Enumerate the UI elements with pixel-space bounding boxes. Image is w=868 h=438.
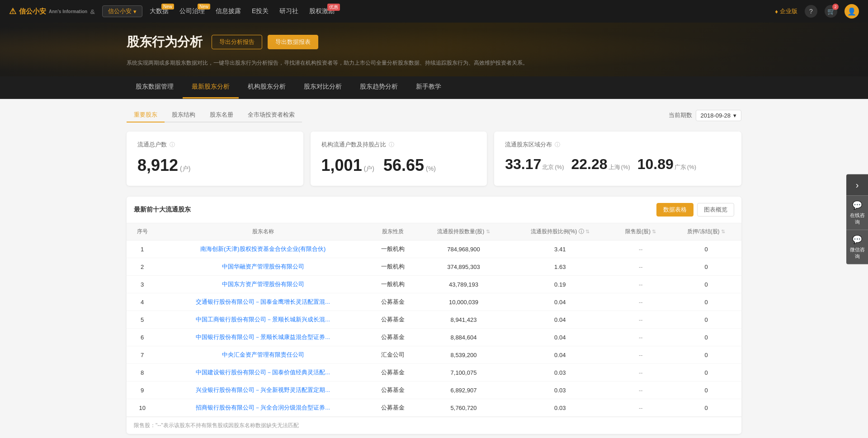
nav-item-equity[interactable]: 股权激励 优惠 xyxy=(309,7,335,15)
cell-ratio: 0.03 xyxy=(509,381,610,399)
regional-unit-1: (%) xyxy=(621,164,630,170)
cell-shares: 6,892,907 xyxy=(418,381,509,399)
filter-tabs: 重要股东 股东结构 股东名册 全市场投资者检索 xyxy=(127,108,302,122)
sub-nav: 股东数据管理 最新股东分析 机构股东分析 股东对比分析 股东趋势分析 新手教学 xyxy=(0,76,868,99)
table-footer: 限售股："--"表示该股东不持有限售股或因股东名称数据缺失无法匹配 xyxy=(127,417,741,434)
cell-restricted: -- xyxy=(610,311,671,329)
brand-button[interactable]: 信公小安 ▾ xyxy=(102,5,142,17)
cell-type: 一般机构 xyxy=(368,240,418,258)
nav-item-bigdata[interactable]: 大数据 New xyxy=(150,7,169,15)
col-restricted: 限售股(股) ⇅ xyxy=(610,223,671,240)
export-data-button[interactable]: 导出数据报表 xyxy=(268,35,318,49)
user-avatar[interactable]: 👤 xyxy=(844,4,859,19)
cell-name[interactable]: 招商银行股份有限公司－兴全合润分级混合型证券... xyxy=(158,399,368,417)
regional-info-icon[interactable]: ⓘ xyxy=(555,141,560,149)
col-ratio: 流通股持股比例(%) ⓘ ⇅ xyxy=(509,223,610,240)
cell-name[interactable]: 中国东方资产管理股份有限公司 xyxy=(158,276,368,293)
online-chat-button[interactable]: 💬 在线咨询 xyxy=(846,195,868,230)
total-accounts-number: 8,912 xyxy=(137,156,178,175)
cell-pledged: 0 xyxy=(671,258,741,276)
export-report-button[interactable]: 导出分析报告 xyxy=(212,35,262,49)
cart-icon[interactable]: 🛒 2 xyxy=(825,5,837,18)
logo-area: ⚠ 信公小安 Ann's Information & xyxy=(9,6,95,16)
cell-name[interactable]: 中国建设银行股份有限公司－国泰价值经典灵活配... xyxy=(158,364,368,381)
institutional-info-icon[interactable]: ⓘ xyxy=(389,141,394,149)
sub-nav-item-data-management[interactable]: 股东数据管理 xyxy=(127,76,183,99)
nav-item-disclosure[interactable]: 信息披露 xyxy=(216,7,241,15)
cell-name[interactable]: 兴业银行股份有限公司－兴全新视野灵活配置定期... xyxy=(158,381,368,399)
nav-items: 大数据 New 公司治理 New 信息披露 E投关 研习社 股权激励 优惠 xyxy=(150,7,335,15)
wechat-icon: 💬 xyxy=(852,234,862,244)
cell-name[interactable]: 中国工商银行股份有限公司－景顺长城新兴成长混... xyxy=(158,311,368,329)
table-view-chart-btn[interactable]: 图表概览 xyxy=(697,203,734,217)
filter-tab-structure[interactable]: 股东结构 xyxy=(165,108,203,122)
regional-value-2: 10.89 xyxy=(637,156,674,173)
cell-rank: 3 xyxy=(127,276,158,293)
table-view-data-btn[interactable]: 数据表格 xyxy=(656,203,693,217)
cell-restricted: -- xyxy=(610,364,671,381)
col-shares: 流通股持股数量(股) ⇅ xyxy=(418,223,509,240)
stat-card-regional: 流通股东区域分布 ⓘ 33.17 北京 (%) 22.28 上海 (%) 10.… xyxy=(494,132,741,186)
institutional-number: 1,001 xyxy=(321,156,362,175)
sub-nav-item-latest-analysis[interactable]: 最新股东分析 xyxy=(183,76,239,99)
institutional-ratio-unit: (%) xyxy=(426,165,436,172)
cell-ratio: 0.04 xyxy=(509,311,610,329)
table-row: 8 中国建设银行股份有限公司－国泰价值经典灵活配... 公募基金 7,100,0… xyxy=(127,364,741,381)
filter-tab-market[interactable]: 全市场投资者检索 xyxy=(241,108,302,122)
cell-pledged: 0 xyxy=(671,329,741,346)
nav-item-governance-badge: New xyxy=(198,4,210,9)
sub-nav-item-trend[interactable]: 股东趋势分析 xyxy=(351,76,407,99)
cell-restricted: -- xyxy=(610,293,671,311)
total-accounts-unit: (户) xyxy=(180,165,190,173)
page-description: 系统实现两期或多期股东数据对比，一键导出股东行为分析报告，寻找潜在机构投资者等，… xyxy=(127,59,741,67)
table-row: 4 交通银行股份有限公司－国泰金鹰增长灵活配置混... 公募基金 10,000,… xyxy=(127,293,741,311)
cell-type: 公募基金 xyxy=(368,293,418,311)
cell-name[interactable]: 中国华融资产管理股份有限公司 xyxy=(158,258,368,276)
brand-chevron: ▾ xyxy=(133,8,137,15)
top-nav: ⚠ 信公小安 Ann's Information & 信公小安 ▾ 大数据 Ne… xyxy=(0,0,868,23)
cell-shares: 784,968,900 xyxy=(418,240,509,258)
page-title: 股东行为分析 xyxy=(127,33,203,51)
brand-label: 信公小安 xyxy=(108,7,132,15)
wechat-label: 微信咨询 xyxy=(848,246,866,259)
cell-rank: 4 xyxy=(127,293,158,311)
expand-button[interactable]: › xyxy=(846,174,868,195)
table-row: 5 中国工商银行股份有限公司－景顺长城新兴成长混... 公募基金 8,941,4… xyxy=(127,311,741,329)
cell-type: 公募基金 xyxy=(368,311,418,329)
total-accounts-info-icon[interactable]: ⓘ xyxy=(170,141,175,149)
period-select[interactable]: 2018-09-28 ▾ xyxy=(696,110,742,121)
nav-item-study[interactable]: 研习社 xyxy=(279,7,298,15)
cell-name[interactable]: 中国银行股份有限公司－景顺长城康益混合型证券... xyxy=(158,329,368,346)
wechat-button[interactable]: 💬 微信咨询 xyxy=(846,230,868,264)
cell-name[interactable]: 交通银行股份有限公司－国泰金鹰增长灵活配置混... xyxy=(158,293,368,311)
nav-item-eir[interactable]: E投关 xyxy=(252,7,269,15)
cell-name[interactable]: 南海创新(天津)股权投资基金合伙企业(有限合伙) xyxy=(158,240,368,258)
cell-pledged: 0 xyxy=(671,346,741,364)
sub-nav-item-tutorial[interactable]: 新手教学 xyxy=(407,76,450,99)
cell-ratio: 0.19 xyxy=(509,276,610,293)
cell-ratio: 0.03 xyxy=(509,364,610,381)
period-selector: 当前期数 2018-09-28 ▾ xyxy=(669,110,742,121)
cell-restricted: -- xyxy=(610,346,671,364)
period-chevron-icon: ▾ xyxy=(733,112,736,119)
table-title: 最新前十大流通股东 xyxy=(134,206,191,214)
filter-tab-register[interactable]: 股东名册 xyxy=(203,108,241,122)
regional-title: 流通股东区域分布 xyxy=(505,141,552,149)
table-header: 最新前十大流通股东 数据表格 图表概览 xyxy=(127,197,741,223)
nav-item-governance[interactable]: 公司治理 New xyxy=(179,7,205,15)
help-icon[interactable]: ? xyxy=(805,5,817,18)
enterprise-label: 企业版 xyxy=(780,7,797,15)
total-accounts-title: 流通总户数 xyxy=(137,141,167,149)
filter-tab-important[interactable]: 重要股东 xyxy=(127,108,165,122)
cell-name[interactable]: 中央汇金资产管理有限责任公司 xyxy=(158,346,368,364)
sub-nav-item-institutional[interactable]: 机构股东分析 xyxy=(239,76,295,99)
cell-shares: 8,884,604 xyxy=(418,329,509,346)
regional-region-0: 北京 xyxy=(542,163,554,171)
table-row: 10 招商银行股份有限公司－兴全合润分级混合型证券... 公募基金 5,760,… xyxy=(127,399,741,417)
nav-item-disclosure-label: 信息披露 xyxy=(216,7,241,14)
cell-ratio: 0.04 xyxy=(509,293,610,311)
sub-nav-item-comparison[interactable]: 股东对比分析 xyxy=(295,76,351,99)
cell-restricted: -- xyxy=(610,329,671,346)
cell-restricted: -- xyxy=(610,258,671,276)
enterprise-button[interactable]: ♦ 企业版 xyxy=(775,7,797,15)
